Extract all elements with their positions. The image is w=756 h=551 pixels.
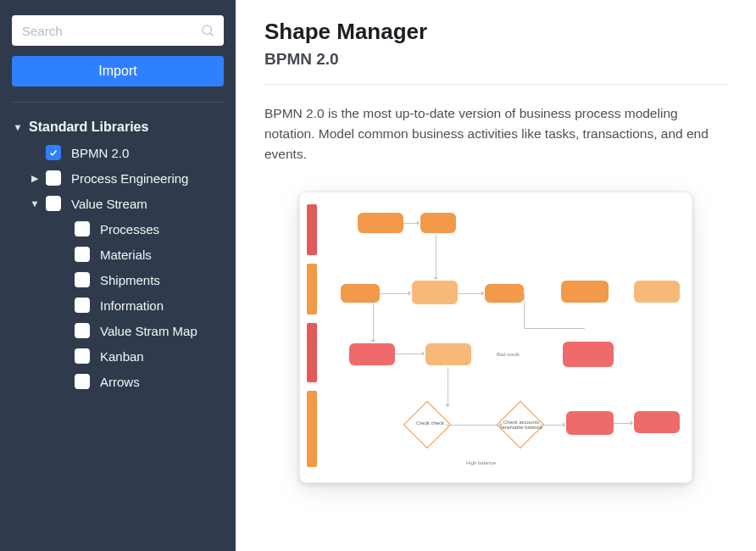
flow-shape xyxy=(420,213,456,233)
tree-item-label: Value Stram Map xyxy=(100,324,197,338)
flow-shape xyxy=(563,342,614,367)
caret-down-icon: ▼ xyxy=(12,122,24,132)
flow-shape xyxy=(566,411,614,435)
flow-connector xyxy=(458,293,483,294)
flow-connector xyxy=(380,293,410,294)
flow-shape xyxy=(485,284,524,303)
page-subtitle: BPMN 2.0 xyxy=(264,50,727,69)
tree-item-materials[interactable]: Materials xyxy=(75,242,224,267)
flow-shape xyxy=(634,281,680,303)
flow-connector xyxy=(614,423,632,424)
flow-connector xyxy=(403,223,419,224)
tree-item-arrows[interactable]: Arrows xyxy=(75,369,224,394)
library-description: BPMN 2.0 is the most up-to-date version … xyxy=(264,103,727,164)
sidebar: Import ▼ Standard Libraries ▶ BPMN 2.0 ▶ xyxy=(0,0,236,551)
tree-item-value-stream[interactable]: ▼ Value Stream xyxy=(29,191,224,216)
tree-item-bpmn[interactable]: ▶ BPMN 2.0 xyxy=(29,140,224,165)
tree-header-label: Standard Libraries xyxy=(29,120,148,135)
checkbox-bpmn[interactable] xyxy=(46,145,61,160)
flow-connector xyxy=(524,328,585,329)
tree-item-label: Information xyxy=(100,298,164,313)
flow-shape xyxy=(412,281,458,304)
sidebar-divider xyxy=(12,102,224,103)
tree-item-label: BPMN 2.0 xyxy=(71,146,129,160)
tree-item-label: Processes xyxy=(100,222,159,237)
flow-connector xyxy=(436,235,436,279)
checkbox-arrows[interactable] xyxy=(75,374,90,389)
flow-edge-label: Bad credit xyxy=(497,352,520,357)
import-button[interactable]: Import xyxy=(12,56,224,86)
lane-bar-management xyxy=(307,323,317,382)
tree-item-label: Arrows xyxy=(100,375,140,389)
preview-wrap: Bad credit Credit check Check accounts r… xyxy=(264,192,727,483)
search-wrap xyxy=(12,15,224,46)
checkbox-information[interactable] xyxy=(75,298,90,313)
flow-connector xyxy=(395,353,424,354)
tree-item-shipments[interactable]: Shipments xyxy=(75,267,224,292)
lane-bar-sales xyxy=(307,264,317,314)
lane-bar-customer xyxy=(307,204,317,255)
checkbox-value-stream-map[interactable] xyxy=(75,323,90,338)
flow-shape xyxy=(349,343,395,365)
lane-bar-credit xyxy=(307,391,317,467)
tree-header-standard-libraries[interactable]: ▼ Standard Libraries xyxy=(12,114,224,140)
tree-item-kanban[interactable]: Kanban xyxy=(75,343,224,369)
header-divider xyxy=(264,84,727,85)
flow-connector xyxy=(446,425,502,426)
tree-item-label: Shipments xyxy=(100,273,160,287)
flow-shape xyxy=(358,213,403,233)
flow-connector xyxy=(524,294,525,328)
tree-item-process-engineering[interactable]: ▶ Process Engineering xyxy=(29,165,224,191)
caret-down-icon: ▼ xyxy=(29,198,41,209)
flow-connector xyxy=(447,367,448,406)
flow-gateway: Credit check xyxy=(403,401,452,449)
bpmn-preview-card: Bad credit Credit check Check accounts r… xyxy=(299,192,692,483)
tree-item-label: Process Engineering xyxy=(71,171,188,186)
checkbox-shipments[interactable] xyxy=(75,272,90,287)
flow-shape xyxy=(561,281,609,303)
library-tree: ▼ Standard Libraries ▶ BPMN 2.0 ▶ xyxy=(12,114,224,394)
checkbox-value-stream[interactable] xyxy=(46,196,61,211)
flow-edge-label: High balance xyxy=(466,460,496,465)
flow-shape xyxy=(341,284,380,303)
tree-item-value-stream-map[interactable]: Value Stram Map xyxy=(75,318,224,343)
flow-connector xyxy=(539,425,564,426)
page-title: Shape Manager xyxy=(264,19,727,45)
caret-right-icon: ▶ xyxy=(29,173,41,184)
checkbox-processes[interactable] xyxy=(75,221,90,237)
flow-shape xyxy=(425,343,471,365)
flow-connector xyxy=(373,303,374,342)
main-panel: Shape Manager BPMN 2.0 BPMN 2.0 is the m… xyxy=(236,0,756,551)
tree-item-processes[interactable]: Processes xyxy=(75,216,224,242)
tree-item-label: Value Stream xyxy=(71,197,147,211)
tree-item-label: Kanban xyxy=(100,349,144,364)
search-input[interactable] xyxy=(12,15,224,46)
flow-shape xyxy=(634,411,680,433)
tree-item-information[interactable]: Information xyxy=(75,292,224,318)
checkbox-kanban[interactable] xyxy=(75,348,90,364)
tree-item-label: Materials xyxy=(100,248,152,262)
checkbox-process-engineering[interactable] xyxy=(46,170,61,186)
checkbox-materials[interactable] xyxy=(75,247,90,262)
